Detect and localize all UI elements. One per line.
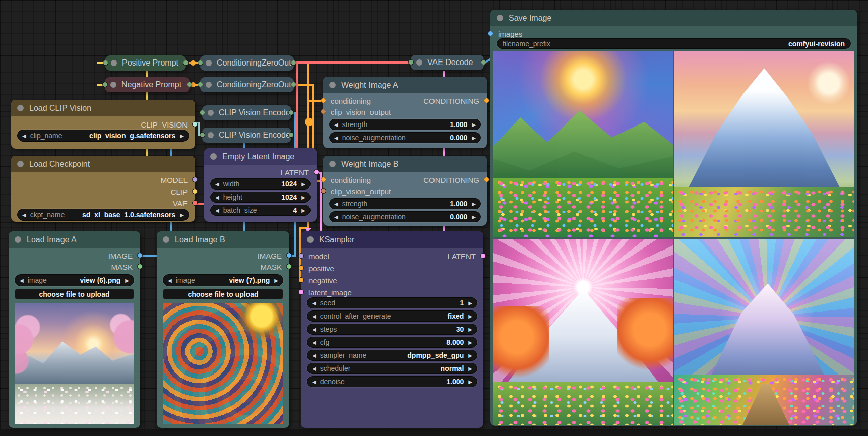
output-port[interactable]: [187, 82, 192, 87]
collapse-toggle-icon[interactable]: [17, 161, 24, 167]
increment-arrow-icon[interactable]: ▶: [468, 340, 472, 345]
output-port[interactable]: [183, 60, 189, 66]
image-file-widget[interactable]: ◀ image view (7).png ▶: [163, 274, 283, 286]
node-negative-prompt[interactable]: Negative Prompt: [105, 77, 190, 92]
output-port[interactable]: [481, 59, 486, 65]
node-conditioning-zero-out-2[interactable]: ConditioningZeroOut: [200, 77, 294, 92]
noise-augmentation-widget[interactable]: ◀ noise_augmentation 0.000 ▶: [329, 132, 481, 143]
ckpt-name-widget[interactable]: ◀ ckpt_name sd_xl_base_1.0.safetensors ▶: [17, 209, 189, 221]
cfg-widget[interactable]: ◀ cfg 8.000 ▶: [307, 337, 477, 348]
mask-output-port[interactable]: [137, 264, 143, 269]
node-ksampler[interactable]: KSampler model LATENT positive negative …: [301, 231, 483, 428]
positive-input-port[interactable]: [298, 265, 304, 271]
decrement-arrow-icon[interactable]: ◀: [334, 201, 338, 207]
decrement-arrow-icon[interactable]: ◀: [20, 278, 24, 283]
collapse-toggle-icon[interactable]: [329, 82, 336, 88]
node-load-image-a[interactable]: Load Image A IMAGE MASK ◀ image view (6)…: [9, 231, 140, 428]
increment-arrow-icon[interactable]: ▶: [472, 214, 476, 220]
decrement-arrow-icon[interactable]: ◀: [168, 278, 172, 283]
strength-widget[interactable]: ◀ strength 1.000 ▶: [329, 119, 481, 130]
clip-vision-output-port[interactable]: [192, 121, 198, 127]
increment-arrow-icon[interactable]: ▶: [468, 353, 472, 358]
node-clip-vision-encode-1[interactable]: CLIP Vision Encode: [202, 105, 291, 120]
decrement-arrow-icon[interactable]: ◀: [215, 208, 219, 213]
node-load-checkpoint[interactable]: Load Checkpoint MODEL CLIP VAE ◀ ckpt_na…: [11, 156, 195, 222]
collapse-toggle-icon[interactable]: [163, 236, 169, 243]
image-output-port[interactable]: [286, 253, 292, 258]
image-file-widget[interactable]: ◀ image view (6).png ▶: [15, 274, 134, 286]
sampler-name-widget[interactable]: ◀ sampler_name dpmpp_sde_gpu ▶: [307, 350, 477, 361]
conditioning-output-port[interactable]: [484, 98, 489, 103]
decrement-arrow-icon[interactable]: ◀: [334, 214, 338, 220]
node-load-clip-vision[interactable]: Load CLIP Vision CLIP_VISION ◀ clip_name…: [11, 100, 195, 149]
decrement-arrow-icon[interactable]: ◀: [22, 212, 26, 218]
clip-vision-output-input-port[interactable]: [321, 109, 326, 114]
choose-file-button[interactable]: choose file to upload: [163, 289, 283, 299]
image-output-port[interactable]: [137, 253, 143, 258]
input-port[interactable]: [200, 110, 205, 115]
collapse-toggle-icon[interactable]: [111, 60, 117, 66]
increment-arrow-icon[interactable]: ▶: [472, 122, 476, 128]
scheduler-widget[interactable]: ◀ scheduler normal ▶: [307, 363, 477, 374]
strength-widget[interactable]: ◀ strength 1.000 ▶: [329, 198, 481, 209]
input-port[interactable]: [198, 82, 203, 87]
input-port[interactable]: [102, 82, 108, 87]
increment-arrow-icon[interactable]: ▶: [468, 300, 472, 306]
denoise-widget[interactable]: ◀ denoise 1.000 ▶: [307, 376, 477, 387]
decrement-arrow-icon[interactable]: ◀: [312, 300, 316, 306]
clip-output-port[interactable]: [192, 189, 198, 194]
comfyui-canvas[interactable]: { "port_colors": { "conditioning": "#ffa…: [0, 0, 868, 436]
decrement-arrow-icon[interactable]: ◀: [312, 353, 316, 358]
latent-output-port[interactable]: [480, 253, 486, 259]
batch-size-widget[interactable]: ◀ batch_size 4 ▶: [210, 205, 311, 216]
node-weight-image-a[interactable]: Weight Image A conditioning CONDITIONING…: [323, 77, 487, 148]
decrement-arrow-icon[interactable]: ◀: [312, 327, 316, 332]
model-output-port[interactable]: [192, 177, 198, 182]
decrement-arrow-icon[interactable]: ◀: [215, 181, 219, 187]
increment-arrow-icon[interactable]: ▶: [468, 327, 472, 332]
decrement-arrow-icon[interactable]: ◀: [312, 366, 316, 371]
collapse-toggle-icon[interactable]: [206, 60, 212, 66]
mask-output-port[interactable]: [286, 264, 292, 269]
node-clip-vision-encode-2[interactable]: CLIP Vision Encode: [202, 128, 291, 143]
increment-arrow-icon[interactable]: ▶: [301, 181, 305, 187]
latent-image-input-port[interactable]: [298, 289, 304, 295]
output-port[interactable]: [291, 82, 296, 87]
input-port[interactable]: [408, 59, 414, 65]
conditioning-input-port[interactable]: [321, 98, 326, 103]
increment-arrow-icon[interactable]: ▶: [125, 278, 129, 283]
collapse-toggle-icon[interactable]: [17, 105, 24, 111]
filename-prefix-widget[interactable]: filename_prefix comfyui-revision: [497, 38, 851, 49]
control-after-generate-widget[interactable]: ◀ control_after_generate fixed ▶: [307, 310, 477, 322]
increment-arrow-icon[interactable]: ▶: [274, 278, 278, 283]
collapse-toggle-icon[interactable]: [210, 153, 217, 160]
increment-arrow-icon[interactable]: ▶: [180, 212, 184, 218]
increment-arrow-icon[interactable]: ▶: [468, 379, 472, 385]
collapse-toggle-icon[interactable]: [206, 82, 212, 88]
input-port[interactable]: [198, 60, 203, 66]
node-weight-image-b[interactable]: Weight Image B conditioning CONDITIONING…: [323, 156, 487, 226]
noise-augmentation-widget[interactable]: ◀ noise_augmentation 0.000 ▶: [329, 211, 481, 222]
collapse-toggle-icon[interactable]: [208, 132, 214, 138]
node-positive-prompt[interactable]: Positive Prompt: [105, 55, 186, 71]
node-vae-decode[interactable]: VAE Decode: [411, 55, 484, 70]
increment-arrow-icon[interactable]: ▶: [472, 135, 476, 141]
increment-arrow-icon[interactable]: ▶: [301, 208, 305, 213]
output-port[interactable]: [288, 132, 294, 138]
conditioning-input-port[interactable]: [321, 177, 326, 182]
steps-widget[interactable]: ◀ steps 30 ▶: [307, 324, 477, 335]
increment-arrow-icon[interactable]: ▶: [180, 133, 184, 139]
collapse-toggle-icon[interactable]: [307, 236, 314, 243]
collapse-toggle-icon[interactable]: [416, 59, 422, 66]
decrement-arrow-icon[interactable]: ◀: [22, 133, 26, 139]
node-empty-latent-image[interactable]: Empty Latent Image LATENT ◀ width 1024 ▶…: [204, 148, 317, 222]
seed-widget[interactable]: ◀ seed 1 ▶: [307, 297, 477, 308]
increment-arrow-icon[interactable]: ▶: [472, 201, 476, 207]
decrement-arrow-icon[interactable]: ◀: [312, 340, 316, 345]
collapse-toggle-icon[interactable]: [110, 82, 116, 88]
conditioning-output-port[interactable]: [484, 177, 489, 182]
model-input-port[interactable]: [298, 253, 304, 259]
collapse-toggle-icon[interactable]: [15, 236, 21, 243]
increment-arrow-icon[interactable]: ▶: [468, 314, 472, 319]
increment-arrow-icon[interactable]: ▶: [301, 195, 305, 200]
